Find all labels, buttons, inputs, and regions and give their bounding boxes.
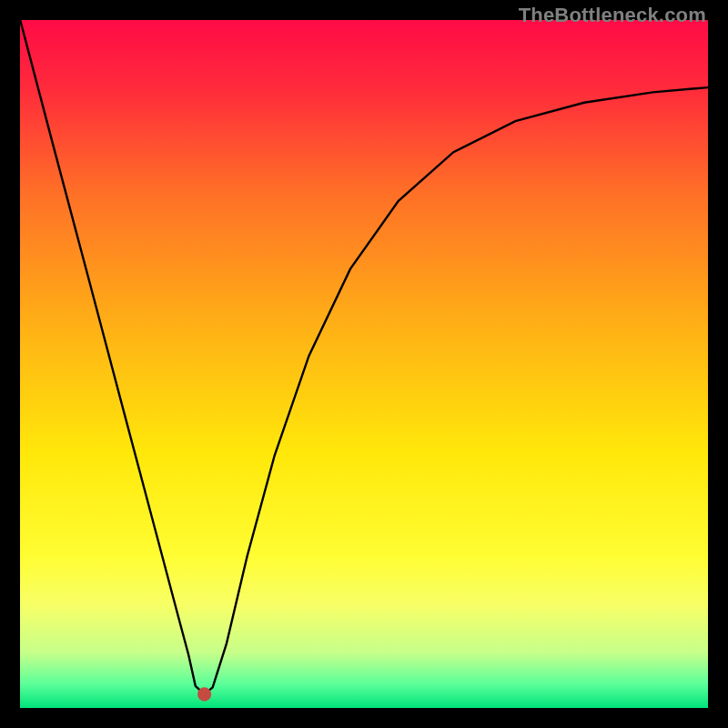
optimal-point-marker — [197, 687, 211, 701]
watermark-text: TheBottleneck.com — [519, 4, 706, 27]
bottleneck-chart — [20, 20, 708, 708]
chart-frame — [20, 20, 708, 708]
gradient-background — [20, 20, 708, 708]
